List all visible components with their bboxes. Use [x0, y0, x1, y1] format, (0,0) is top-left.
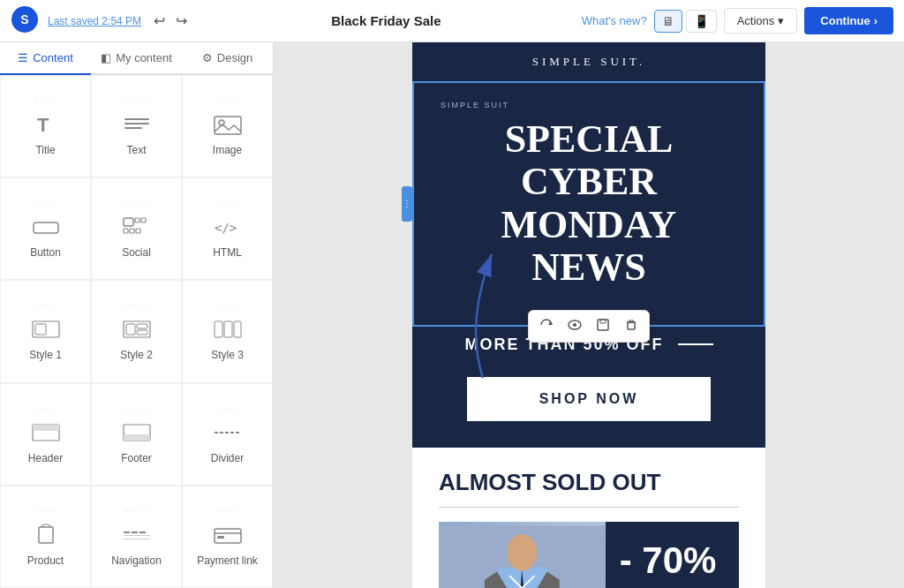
- hero-section[interactable]: SIMPLE SUIT SPECIAL CYBER MONDAY NEWS: [412, 81, 765, 327]
- drag-handle-style2: · · · ·: [126, 303, 147, 310]
- svg-rect-21: [137, 330, 147, 335]
- app-logo: S: [11, 5, 39, 37]
- content-item-button[interactable]: · · · · Button: [0, 177, 91, 280]
- content-item-divider[interactable]: · · · · Divider: [182, 383, 273, 486]
- svg-rect-34: [124, 535, 150, 536]
- svg-rect-11: [141, 218, 146, 222]
- mobile-view-button[interactable]: 📱: [686, 10, 717, 33]
- product-promo-block: - 70% Lorem ipsum dolor sit amet, conset…: [606, 522, 739, 588]
- content-tab-label: Content: [33, 51, 73, 64]
- content-item-style3[interactable]: · · · · Style 3: [182, 280, 273, 382]
- svg-rect-23: [224, 321, 232, 337]
- header-item-label: Header: [28, 452, 63, 464]
- my-content-tab-label: My content: [116, 51, 172, 64]
- block-delete-button[interactable]: [619, 314, 644, 338]
- block-preview-button[interactable]: [562, 314, 587, 338]
- drag-handle-divider: · · · ·: [217, 406, 237, 413]
- design-tab-icon: ⚙: [202, 51, 213, 64]
- left-panel: ☰ Content ◧ My content ⚙ Design · · · · …: [0, 42, 274, 588]
- block-replace-button[interactable]: [534, 314, 559, 338]
- sold-out-section: ALMOST SOLD OUT: [412, 448, 765, 588]
- shop-now-section: SHOP NOW: [412, 363, 765, 448]
- style2-item-label: Style 2: [120, 349, 153, 361]
- topbar-right: What's new? 🖥 📱 Actions ▾ Continue ›: [582, 7, 893, 34]
- content-item-social[interactable]: · · · · Social: [91, 177, 182, 280]
- content-item-footer[interactable]: · · · · Footer: [91, 383, 182, 486]
- content-item-style2[interactable]: · · · · Style 2: [91, 280, 182, 382]
- html-icon: </>: [209, 213, 246, 241]
- product-image-placeholder: [439, 522, 606, 588]
- continue-arrow-icon: ›: [874, 14, 878, 27]
- svg-text:</>: </>: [215, 221, 237, 235]
- svg-rect-22: [215, 321, 222, 337]
- text-icon: [118, 110, 155, 139]
- panel-tabs: ☰ Content ◧ My content ⚙ Design: [0, 42, 273, 75]
- content-item-html[interactable]: · · · · </> HTML: [182, 177, 273, 280]
- desktop-view-button[interactable]: 🖥: [654, 10, 682, 33]
- svg-rect-5: [124, 127, 142, 129]
- html-item-label: HTML: [213, 246, 242, 259]
- product-item-label: Product: [27, 554, 64, 567]
- drag-handle-html: · · · ·: [217, 200, 237, 207]
- product-image: [439, 522, 606, 588]
- actions-button[interactable]: Actions ▾: [724, 8, 798, 34]
- footer-icon: [118, 418, 155, 447]
- content-item-payment-link[interactable]: · · · · Payment link: [182, 486, 273, 588]
- svg-rect-20: [137, 324, 147, 328]
- footer-item-label: Footer: [121, 452, 152, 464]
- content-item-title[interactable]: · · · · T Title: [0, 75, 91, 177]
- svg-rect-6: [215, 117, 241, 134]
- image-icon: [209, 110, 246, 139]
- style3-item-label: Style 3: [211, 349, 244, 361]
- svg-point-40: [573, 323, 576, 327]
- design-tab-label: Design: [217, 51, 252, 64]
- svg-rect-28: [124, 434, 150, 441]
- section-drag-handle[interactable]: [402, 186, 412, 222]
- svg-rect-8: [34, 222, 58, 233]
- my-content-tab-icon: ◧: [101, 51, 111, 64]
- actions-chevron-icon: ▾: [778, 14, 784, 27]
- canvas-area[interactable]: SIMPLE SUIT. SIMPLE SUIT SPECIAL CYBER M…: [274, 42, 904, 588]
- style2-icon: [118, 315, 155, 343]
- tab-content[interactable]: ☰ Content: [0, 42, 91, 75]
- image-item-label: Image: [213, 144, 242, 156]
- continue-label: Continue: [820, 14, 870, 27]
- drag-handle-image: · · · ·: [217, 98, 237, 105]
- drag-handle-style3: · · · ·: [217, 303, 237, 310]
- tab-my-content[interactable]: ◧ My content: [91, 42, 182, 75]
- content-item-text[interactable]: · · · · Text: [91, 75, 182, 177]
- undo-button[interactable]: ↩: [150, 9, 169, 33]
- redo-button[interactable]: ↪: [172, 9, 191, 33]
- save-status[interactable]: Last saved 2:54 PM: [48, 15, 141, 27]
- content-item-style1[interactable]: · · · · Style 1: [0, 280, 91, 382]
- svg-text:T: T: [37, 114, 49, 136]
- continue-button[interactable]: Continue ›: [804, 7, 893, 34]
- drag-handle-payment: · · · ·: [217, 509, 237, 516]
- hero-title: SPECIAL CYBER MONDAY NEWS: [441, 118, 737, 290]
- shop-now-button[interactable]: SHOP NOW: [467, 377, 712, 421]
- button-icon: [27, 213, 64, 241]
- content-grid: · · · · T Title · · · · Text: [0, 75, 273, 588]
- tab-design[interactable]: ⚙ Design: [182, 42, 273, 75]
- offer-line: [678, 343, 713, 345]
- style3-icon: [209, 315, 246, 343]
- content-item-navigation[interactable]: · · · · Navigation: [91, 486, 182, 588]
- block-toolbar: [528, 310, 650, 343]
- svg-rect-12: [124, 229, 128, 233]
- content-item-header[interactable]: · · · · Header: [0, 383, 91, 486]
- svg-rect-41: [598, 320, 608, 330]
- email-brand-header: SIMPLE SUIT.: [412, 42, 765, 81]
- whats-new-link[interactable]: What's new?: [582, 14, 647, 27]
- actions-label: Actions: [737, 14, 775, 27]
- drag-handle-text: · · · ·: [126, 98, 147, 105]
- content-item-product[interactable]: · · · · Product: [0, 486, 91, 588]
- drag-handle-title: · · · ·: [35, 98, 56, 105]
- product-icon: [27, 521, 64, 549]
- title-icon: T: [27, 110, 64, 139]
- svg-rect-35: [124, 539, 150, 539]
- svg-rect-19: [126, 324, 135, 335]
- hero-brand-label: SIMPLE SUIT: [441, 101, 737, 109]
- block-save-button[interactable]: [591, 314, 615, 338]
- product-row: - 70% Lorem ipsum dolor sit amet, conset…: [439, 522, 739, 588]
- content-item-image[interactable]: · · · · Image: [182, 75, 273, 177]
